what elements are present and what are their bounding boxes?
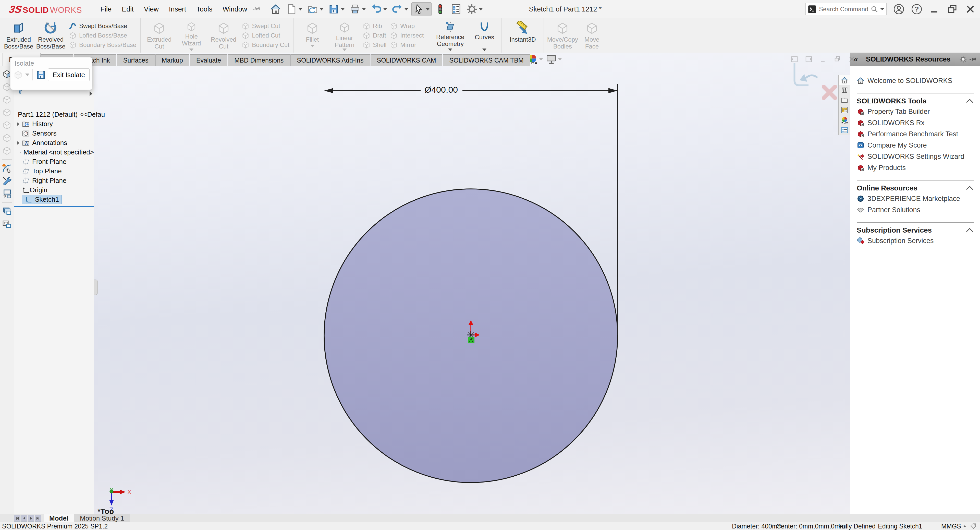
search-icon[interactable]: [870, 5, 878, 13]
child-close-icon[interactable]: [848, 55, 856, 64]
section-header[interactable]: SOLIDWORKS Tools: [857, 96, 974, 106]
cancel-sketch-icon[interactable]: [824, 87, 835, 98]
tree-item-sensors[interactable]: Sensors: [14, 129, 94, 138]
undo-dropdown-caret[interactable]: [383, 8, 387, 11]
revolved-boss-base-button[interactable]: Revolved Boss/Base: [35, 20, 66, 51]
units-caret[interactable]: [963, 525, 966, 527]
restore-button[interactable]: [947, 3, 958, 15]
select-dropdown-caret[interactable]: [426, 8, 430, 11]
scroll-first-button[interactable]: [14, 515, 21, 522]
tab-model[interactable]: Model: [44, 514, 74, 522]
rebuild-button[interactable]: [433, 3, 447, 16]
section-header[interactable]: Subscription Services: [857, 225, 974, 236]
link-performance-benchmark[interactable]: Performance Benchmark Test: [857, 129, 974, 139]
link-partner-solutions[interactable]: Partner Solutions: [857, 204, 974, 215]
child-restore-icon[interactable]: [834, 55, 842, 64]
exit-sketch-icon[interactable]: [799, 74, 818, 82]
tag-icon[interactable]: [970, 523, 977, 530]
rollback-bar[interactable]: [14, 206, 94, 207]
view-cube-iso-icon[interactable]: [2, 145, 12, 156]
expander-icon[interactable]: [17, 122, 19, 126]
tab-motion-study-1[interactable]: Motion Study 1: [74, 514, 130, 522]
menu-file[interactable]: File: [97, 3, 116, 16]
redo-button[interactable]: [390, 3, 410, 16]
menu-window[interactable]: Window: [218, 3, 251, 16]
collapse-section-icon[interactable]: [966, 186, 973, 193]
print-dropdown-caret[interactable]: [362, 8, 366, 11]
tree-item-history[interactable]: History: [14, 119, 94, 129]
new-dropdown-caret[interactable]: [298, 8, 302, 11]
open-button[interactable]: [305, 3, 325, 16]
tab-view-palette[interactable]: [838, 105, 850, 115]
tree-item-right-plane[interactable]: Right Plane: [14, 176, 94, 185]
expander-icon[interactable]: [17, 141, 19, 145]
options-button[interactable]: [465, 3, 484, 16]
close-button[interactable]: [965, 3, 976, 15]
tab-design-library[interactable]: [838, 85, 850, 95]
pane-pin-icon[interactable]: [969, 55, 978, 64]
export-view-icon[interactable]: [2, 189, 12, 199]
extruded-boss-base-button[interactable]: Extruded Boss/Base: [3, 20, 34, 51]
minimize-button[interactable]: [929, 3, 940, 15]
tile-right-icon[interactable]: [805, 55, 814, 64]
tab-file-explorer[interactable]: [838, 95, 850, 105]
curves-button[interactable]: Curves: [470, 20, 498, 51]
curves-caret[interactable]: [482, 48, 487, 51]
view-cube-top-icon[interactable]: [2, 120, 12, 130]
tree-item-annotations[interactable]: Annotations: [14, 138, 94, 148]
login-user-icon[interactable]: [893, 3, 904, 15]
tree-flyout-arrow[interactable]: [89, 91, 92, 96]
tree-item-sketch1[interactable]: Sketch1: [14, 195, 94, 204]
scroll-prev-button[interactable]: [21, 515, 27, 522]
reference-geometry-button[interactable]: Reference Geometry: [431, 20, 469, 51]
link-settings-wizard[interactable]: SOLIDWORKS Settings Wizard: [857, 151, 974, 162]
select-tool-button[interactable]: [411, 2, 431, 16]
tab-surfaces[interactable]: Surfaces: [117, 54, 155, 66]
search-dropdown-caret[interactable]: [880, 8, 884, 10]
tab-mbd-dimensions[interactable]: MBD Dimensions: [228, 54, 290, 66]
new-document-button[interactable]: [284, 3, 304, 16]
reference-geometry-caret[interactable]: [448, 48, 452, 51]
diameter-dimension[interactable]: Ø400.00: [421, 85, 462, 95]
menu-pin-icon[interactable]: [251, 3, 262, 14]
menu-tools[interactable]: Tools: [192, 3, 216, 16]
scroll-next-button[interactable]: [28, 515, 34, 522]
save-button[interactable]: [327, 3, 346, 16]
link-solidworks-rx[interactable]: SOLIDWORKS Rx: [857, 118, 974, 128]
link-compare-my-score[interactable]: Compare My Score: [857, 140, 974, 151]
redo-dropdown-caret[interactable]: [404, 8, 408, 11]
tab-solidworks-cam-tbm[interactable]: SOLIDWORKS CAM TBM: [443, 54, 530, 66]
collapse-section-icon[interactable]: [966, 99, 973, 106]
link-subscription-services[interactable]: Subscription Services: [857, 236, 974, 246]
tab-custom-properties[interactable]: [838, 125, 850, 135]
tile-left-icon[interactable]: [791, 55, 799, 64]
exit-isolate-button[interactable]: Exit Isolate: [48, 68, 89, 81]
pane-gear-icon[interactable]: [959, 56, 967, 63]
instant3d-button[interactable]: Instant3D: [505, 20, 541, 51]
screen-capture-icon[interactable]: [2, 206, 12, 216]
tab-appearances-scenes[interactable]: [838, 115, 850, 125]
view-settings-caret[interactable]: [558, 58, 562, 60]
link-my-products[interactable]: My Products: [857, 162, 974, 173]
link-property-tab-builder[interactable]: Property Tab Builder: [857, 106, 974, 117]
view-settings-button[interactable]: [546, 54, 562, 65]
menu-view[interactable]: View: [140, 3, 163, 16]
child-minimize-icon[interactable]: [819, 55, 828, 64]
tab-solidworks-resources[interactable]: [838, 75, 850, 85]
undo-button[interactable]: [369, 3, 389, 16]
sketch-center-point[interactable]: [468, 337, 474, 343]
options-dropdown-caret[interactable]: [479, 8, 483, 11]
print-button[interactable]: [348, 3, 368, 16]
tree-item-material[interactable]: Material <not specified>: [14, 148, 94, 157]
view-cube-right-icon[interactable]: [2, 107, 12, 118]
menu-edit[interactable]: Edit: [118, 3, 138, 16]
isolate-save-icon[interactable]: [36, 70, 46, 80]
swept-boss-base-button[interactable]: Swept Boss/Base: [68, 21, 136, 31]
home-button[interactable]: [269, 3, 283, 16]
tools-wrench-icon[interactable]: [2, 176, 12, 186]
file-properties-button[interactable]: [449, 3, 463, 16]
welcome-link[interactable]: Welcome to SOLIDWORKS: [857, 75, 974, 86]
scroll-last-button[interactable]: [35, 515, 41, 522]
tab-evaluate[interactable]: Evaluate: [190, 54, 228, 66]
tree-item-front-plane[interactable]: Front Plane: [14, 157, 94, 166]
